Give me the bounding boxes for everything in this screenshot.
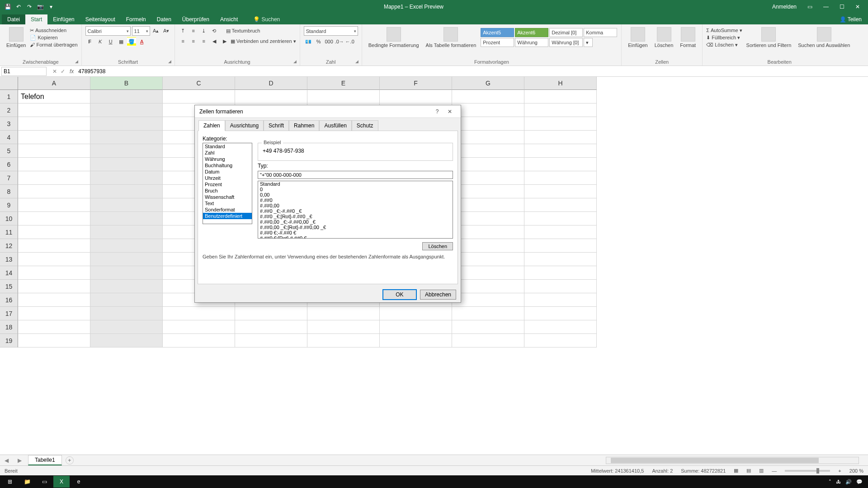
insert-cells-button[interactable]: Einfügen xyxy=(625,26,650,49)
column-header-A[interactable]: A xyxy=(18,77,90,90)
cell-H17[interactable] xyxy=(524,307,597,320)
format-painter-button[interactable]: 🖌 Format übertragen xyxy=(30,42,77,47)
category-item[interactable]: Währung xyxy=(203,156,252,162)
row-header-15[interactable]: 15 xyxy=(0,280,18,293)
cancel-button[interactable]: Abbrechen xyxy=(420,290,456,300)
cell-H18[interactable] xyxy=(524,320,597,334)
format-item[interactable]: #.##0 €;-#.##0 € xyxy=(258,230,453,235)
cell-H10[interactable] xyxy=(524,212,597,225)
cell-A11[interactable] xyxy=(18,225,90,239)
cell-B11[interactable] xyxy=(90,225,163,239)
tab-review[interactable]: Überprüfen xyxy=(177,14,215,24)
row-header-13[interactable]: 13 xyxy=(0,253,18,266)
horizontal-scrollbar[interactable] xyxy=(606,457,859,464)
column-header-C[interactable]: C xyxy=(163,77,235,90)
cell-A18[interactable] xyxy=(18,320,90,334)
sheet-nav-prev-icon[interactable]: ◀ xyxy=(0,457,13,464)
cell-A19[interactable] xyxy=(18,334,90,347)
taskbar-excel-icon[interactable]: X xyxy=(53,476,70,488)
cell-E1[interactable] xyxy=(307,90,380,103)
close-icon[interactable]: ✕ xyxy=(852,4,863,10)
category-item[interactable]: Uhrzeit xyxy=(203,175,252,181)
alignment-launcher-icon[interactable]: ◢ xyxy=(293,59,299,65)
cell-A8[interactable] xyxy=(18,185,90,198)
format-item[interactable]: #.##0,00 xyxy=(258,203,453,208)
ribbon-display-icon[interactable]: ▭ xyxy=(804,4,816,10)
cell-A3[interactable] xyxy=(18,117,90,131)
category-item[interactable]: Sonderformat xyxy=(203,206,252,213)
number-launcher-icon[interactable]: ◢ xyxy=(355,59,361,65)
cell-H3[interactable] xyxy=(524,117,597,131)
style-dezimal0[interactable]: Dezimal [0] xyxy=(549,28,583,37)
cell-D19[interactable] xyxy=(235,334,307,347)
cell-F19[interactable] xyxy=(380,334,452,347)
clipboard-launcher-icon[interactable]: ◢ xyxy=(75,59,80,65)
merge-center-button[interactable]: ▦ Verbinden und zentrieren ▾ xyxy=(231,38,296,44)
cell-H2[interactable] xyxy=(524,103,597,117)
redo-icon[interactable]: ↷ xyxy=(25,3,33,11)
view-pagebreak-icon[interactable]: ▥ xyxy=(759,468,764,474)
cell-B18[interactable] xyxy=(90,320,163,334)
tray-volume-icon[interactable]: 🔊 xyxy=(845,479,852,485)
zoom-slider[interactable] xyxy=(785,470,830,472)
select-all-corner[interactable] xyxy=(0,77,18,90)
row-header-14[interactable]: 14 xyxy=(0,266,18,280)
zoom-level[interactable]: 200 % xyxy=(849,468,863,474)
tab-pagelayout[interactable]: Seitenlayout xyxy=(80,14,121,24)
sheet-tab-tabelle1[interactable]: Tabelle1 xyxy=(28,455,62,465)
cell-B8[interactable] xyxy=(90,185,163,198)
category-item[interactable]: Wissenschaft xyxy=(203,194,252,200)
cell-A13[interactable] xyxy=(18,253,90,266)
cell-G17[interactable] xyxy=(452,307,524,320)
cancel-formula-icon[interactable]: ✕ xyxy=(52,68,57,75)
undo-icon[interactable]: ↶ xyxy=(14,3,23,11)
tab-home[interactable]: Start xyxy=(25,14,47,24)
row-header-6[interactable]: 6 xyxy=(0,158,18,171)
row-header-5[interactable]: 5 xyxy=(0,144,18,158)
cut-button[interactable]: ✂ Ausschneiden xyxy=(30,28,77,33)
cell-D17[interactable] xyxy=(235,307,307,320)
cell-C17[interactable] xyxy=(163,307,235,320)
dialog-tab-border[interactable]: Rahmen xyxy=(289,120,319,131)
maximize-icon[interactable]: ☐ xyxy=(836,4,848,10)
row-header-18[interactable]: 18 xyxy=(0,320,18,334)
font-color-button[interactable]: A xyxy=(137,37,146,46)
cell-G7[interactable] xyxy=(452,171,524,185)
cell-H7[interactable] xyxy=(524,171,597,185)
type-input[interactable] xyxy=(258,171,453,179)
format-item[interactable]: #.##0 _€;-#.##0 _€ xyxy=(258,208,453,214)
row-header-1[interactable]: 1 xyxy=(0,90,18,103)
start-button[interactable]: ⊞ xyxy=(2,476,18,488)
cell-G3[interactable] xyxy=(452,117,524,131)
tray-chevron-icon[interactable]: ˄ xyxy=(829,479,831,485)
cell-G10[interactable] xyxy=(452,212,524,225)
tellme-search[interactable]: 💡 Suchen xyxy=(248,14,285,24)
align-bottom-icon[interactable]: ⤓ xyxy=(199,26,208,35)
fill-button[interactable]: ⬇ Füllbereich ▾ xyxy=(706,35,742,41)
format-item[interactable]: 0,00 xyxy=(258,192,453,197)
fx-icon[interactable]: fx xyxy=(70,68,76,75)
copy-button[interactable]: 📄 Kopieren xyxy=(30,35,77,41)
cell-A14[interactable] xyxy=(18,266,90,280)
autosum-button[interactable]: Σ AutoSumme ▾ xyxy=(706,28,742,33)
cell-H6[interactable] xyxy=(524,158,597,171)
cell-G14[interactable] xyxy=(452,266,524,280)
cell-D18[interactable] xyxy=(235,320,307,334)
cell-B13[interactable] xyxy=(90,253,163,266)
paste-button[interactable]: Einfügen xyxy=(4,26,28,49)
increase-decimal-icon[interactable]: .0→ xyxy=(335,37,344,46)
format-item[interactable]: 0 xyxy=(258,187,453,192)
cell-G11[interactable] xyxy=(452,225,524,239)
cell-A16[interactable] xyxy=(18,293,90,307)
wrap-text-button[interactable]: ▤ Textumbruch xyxy=(226,28,260,34)
cell-C18[interactable] xyxy=(163,320,235,334)
percent-format-icon[interactable]: % xyxy=(314,37,323,46)
cell-A15[interactable] xyxy=(18,280,90,293)
style-komma[interactable]: Komma xyxy=(584,28,617,37)
row-header-3[interactable]: 3 xyxy=(0,117,18,131)
name-box[interactable]: B1 xyxy=(1,67,47,76)
cell-H1[interactable] xyxy=(524,90,597,103)
cell-E19[interactable] xyxy=(307,334,380,347)
cell-G12[interactable] xyxy=(452,239,524,253)
column-header-H[interactable]: H xyxy=(524,77,597,90)
